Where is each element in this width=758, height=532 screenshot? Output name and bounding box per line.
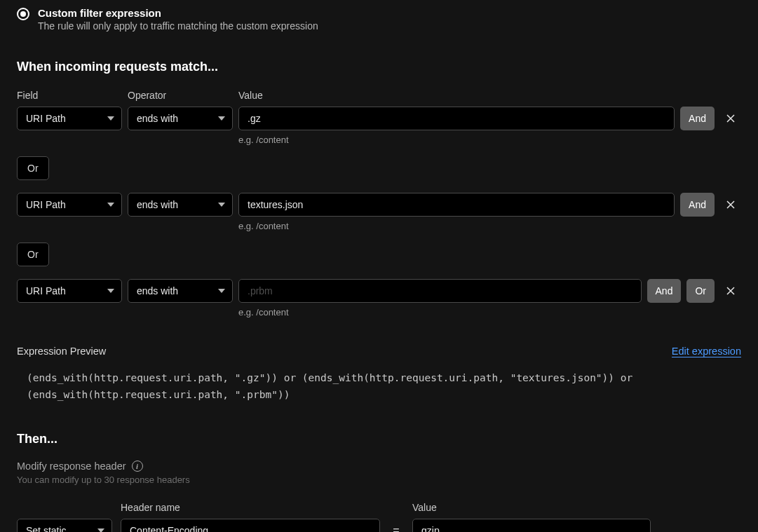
- modify-limit-hint: You can modify up to 30 response headers: [17, 475, 741, 485]
- expression-preview-code: (ends_with(http.request.uri.path, ".gz")…: [17, 370, 741, 404]
- filter-option-title: Custom filter expression: [38, 7, 318, 19]
- chevron-down-icon: [107, 289, 114, 293]
- hint-row: e.g. /content: [17, 303, 741, 318]
- operator-select-value: ends with: [137, 285, 178, 296]
- or-pill[interactable]: Or: [17, 156, 49, 180]
- field-select[interactable]: URI Path: [17, 193, 122, 217]
- remove-row-button[interactable]: [720, 107, 741, 130]
- preview-line: (ends_with(http.request.uri.path, ".prbm…: [27, 387, 741, 404]
- field-select-value: URI Path: [26, 285, 66, 296]
- operator-select-value: ends with: [137, 113, 178, 124]
- match-column-headers: Field Operator Value: [17, 90, 741, 101]
- action-select-value: Set static: [26, 525, 67, 532]
- rule-row-buttons: And Or: [647, 279, 715, 303]
- or-pill[interactable]: Or: [17, 243, 49, 266]
- remove-row-button[interactable]: [720, 193, 741, 217]
- chevron-down-icon: [218, 289, 225, 293]
- field-select-value: URI Path: [26, 113, 66, 124]
- info-icon[interactable]: i: [132, 461, 143, 472]
- rule-row-buttons: And: [680, 107, 715, 130]
- label-header-value: Value: [412, 502, 651, 513]
- header-value-input[interactable]: [412, 519, 651, 532]
- hint-row: e.g. /content: [17, 217, 741, 231]
- label-header-name: Header name: [121, 502, 380, 513]
- value-hint: e.g. /content: [238, 307, 709, 318]
- radio-selected-icon: [17, 8, 29, 20]
- value-hint: e.g. /content: [238, 135, 709, 145]
- or-separator: Or: [17, 156, 741, 180]
- chevron-down-icon: [218, 116, 225, 121]
- header-name-input[interactable]: [121, 519, 380, 532]
- modify-response-header-label: Modify response header i: [17, 461, 741, 472]
- hint-row: e.g. /content: [17, 130, 741, 145]
- or-separator: Or: [17, 243, 741, 266]
- chevron-down-icon: [107, 203, 114, 207]
- filter-option-subtitle: The rule will only apply to traffic matc…: [38, 20, 318, 32]
- label-operator: Operator: [128, 90, 233, 101]
- preview-line: (ends_with(http.request.uri.path, ".gz")…: [27, 370, 741, 387]
- and-button[interactable]: And: [647, 279, 682, 303]
- rule-row: URI Path ends with And: [17, 193, 741, 217]
- operator-select[interactable]: ends with: [128, 193, 233, 217]
- operator-select[interactable]: ends with: [128, 279, 233, 303]
- action-select[interactable]: Set static: [17, 519, 112, 532]
- value-input[interactable]: [238, 193, 675, 217]
- equals-sign: =: [388, 524, 404, 532]
- chevron-down-icon: [218, 203, 225, 207]
- filter-option-text: Custom filter expression The rule will o…: [38, 7, 318, 32]
- field-select[interactable]: URI Path: [17, 107, 122, 130]
- value-input[interactable]: [238, 279, 642, 303]
- preview-title: Expression Preview: [17, 346, 106, 357]
- or-button[interactable]: Or: [686, 279, 715, 303]
- chevron-down-icon: [107, 116, 114, 121]
- header-column-labels: Header name Value: [17, 502, 741, 513]
- preview-header: Expression Preview Edit expression: [17, 346, 741, 357]
- modify-label-text: Modify response header: [17, 461, 126, 472]
- operator-select-value: ends with: [137, 199, 178, 210]
- match-section-title: When incoming requests match...: [17, 60, 741, 74]
- operator-select[interactable]: ends with: [128, 107, 233, 130]
- field-select[interactable]: URI Path: [17, 279, 122, 303]
- rule-row: URI Path ends with And Or: [17, 279, 741, 303]
- remove-row-button[interactable]: [720, 279, 741, 303]
- label-field: Field: [17, 90, 122, 101]
- and-button[interactable]: And: [680, 107, 715, 130]
- label-value: Value: [238, 90, 639, 101]
- rule-row-buttons: And: [680, 193, 715, 217]
- chevron-down-icon: [97, 528, 104, 532]
- filter-option-custom[interactable]: Custom filter expression The rule will o…: [17, 7, 741, 32]
- and-button[interactable]: And: [680, 193, 715, 217]
- rule-row: URI Path ends with And: [17, 107, 741, 130]
- value-hint: e.g. /content: [238, 221, 709, 231]
- value-input[interactable]: [238, 107, 675, 130]
- field-select-value: URI Path: [26, 199, 66, 210]
- then-section-title: Then...: [17, 432, 741, 446]
- header-row: Set static =: [17, 519, 741, 532]
- edit-expression-link[interactable]: Edit expression: [672, 346, 741, 357]
